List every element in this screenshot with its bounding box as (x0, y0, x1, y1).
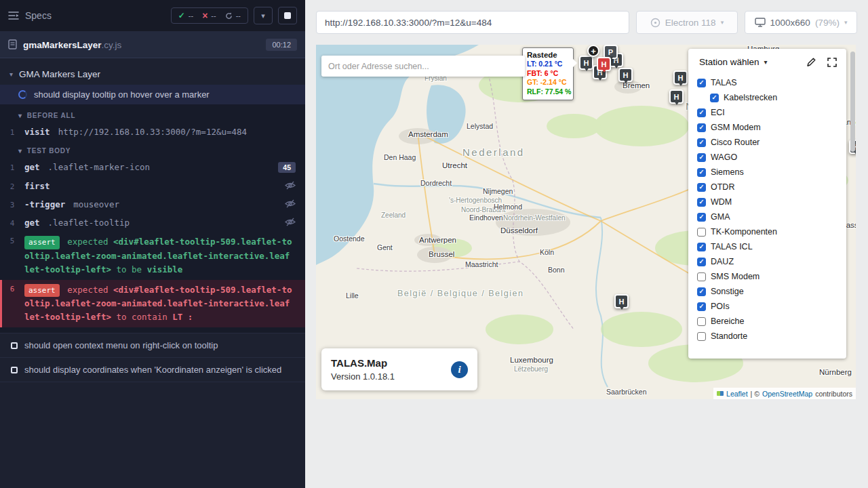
suite-row[interactable]: ▾ GMA Markers Layer (0, 64, 305, 85)
command-message: .leaflet-tooltip (48, 218, 130, 228)
checkbox[interactable] (697, 228, 706, 237)
map-label: Nijmegen (483, 187, 513, 195)
checkbox[interactable] (697, 168, 706, 177)
map-label: Nürnberg (819, 368, 852, 376)
map-attribution: Leaflet | © OpenStreetMap contributors (713, 388, 856, 399)
checkbox[interactable] (697, 302, 706, 311)
command-row-visit[interactable]: 1 visit http://192.168.10.33:3000/?m=12&… (0, 123, 305, 141)
checkbox[interactable] (697, 317, 706, 326)
station-label: Siemens (711, 167, 744, 177)
checkbox[interactable] (710, 94, 719, 102)
checkbox[interactable] (697, 153, 706, 162)
info-icon[interactable]: i (451, 361, 468, 378)
specs-menu-icon[interactable] (8, 11, 19, 20)
map-marker-h[interactable]: H (618, 68, 633, 82)
station-item[interactable]: POIs (688, 299, 846, 314)
station-item[interactable]: TK-Komponenten (688, 224, 846, 239)
before-all-header[interactable]: ▾ BEFORE ALL (0, 106, 305, 123)
station-item[interactable]: GMA (688, 209, 846, 224)
station-item[interactable]: Siemens (688, 165, 846, 180)
fullscreen-icon[interactable] (827, 58, 837, 67)
checkbox[interactable] (697, 198, 706, 207)
browser-select[interactable]: Electron 118 ▾ (636, 11, 738, 34)
map-marker-h[interactable]: H (673, 70, 688, 85)
station-item[interactable]: WDM (688, 195, 846, 209)
map-marker-plus[interactable]: + (587, 45, 599, 57)
checkbox[interactable] (697, 287, 706, 296)
leaflet-map[interactable]: HamburgBremenNiedersachsenHannoverFryslâ… (316, 45, 856, 399)
station-item[interactable]: Cisco Router (688, 135, 846, 150)
viewport-size: 1000x660 (770, 18, 810, 28)
station-item[interactable]: TALAS ICL (688, 239, 846, 254)
command-number: 6 (0, 283, 24, 293)
stop-button[interactable] (278, 7, 297, 24)
checkbox[interactable] (697, 123, 706, 132)
command-number: 2 (0, 181, 24, 191)
station-item[interactable]: Standorte (688, 329, 846, 344)
command-row-get-tooltip[interactable]: 4 get .leaflet-tooltip (0, 214, 305, 232)
scrollbar-thumb[interactable] (850, 52, 855, 152)
station-item[interactable]: ECI (688, 105, 846, 120)
station-item[interactable]: SMS Modem (688, 269, 846, 284)
station-item[interactable]: DAUZ (688, 254, 846, 269)
leaflet-tooltip[interactable]: Rastede LT: 0.21 °C FBT: 6 °C GT: -2.14 … (522, 47, 574, 100)
map-marker-red[interactable]: H (597, 57, 611, 71)
pending-test-row[interactable]: should display coordinates when 'Koordin… (0, 357, 305, 382)
station-item[interactable]: TALAS (688, 75, 846, 90)
checkbox[interactable] (697, 138, 706, 147)
map-marker-h[interactable]: H (669, 89, 684, 104)
station-label: WAGO (711, 152, 737, 162)
checkbox[interactable] (697, 183, 706, 192)
spec-file-icon (8, 39, 17, 49)
station-item[interactable]: Sonstige (688, 284, 846, 299)
checkbox[interactable] (697, 258, 706, 266)
active-test-row[interactable]: should display tooltip on hover over a m… (0, 85, 305, 104)
map-search-input[interactable] (321, 56, 525, 77)
map-marker-h[interactable]: H (614, 294, 629, 308)
spec-name[interactable]: gmaMarkersLayer (23, 40, 102, 50)
checkbox[interactable] (697, 213, 706, 222)
pending-test-row[interactable]: should open context menu on right-click … (0, 333, 305, 357)
command-number: 1 (0, 127, 24, 137)
viewport-icon (755, 18, 766, 27)
collapse-button[interactable]: ▾ (254, 7, 273, 24)
map-label: Luxembourg (510, 356, 553, 364)
map-label: Oostende (334, 235, 365, 243)
map-label: Eindhoven (469, 214, 503, 222)
test-body-header[interactable]: ▾ TEST BODY (0, 141, 305, 158)
station-label: TK-Komponenten (711, 227, 777, 237)
checkbox[interactable] (697, 108, 706, 117)
eye-slash-icon (285, 181, 296, 190)
failed-count: -- (211, 12, 216, 20)
assert-badge: assert (24, 236, 60, 249)
checkbox[interactable] (697, 243, 706, 251)
chevron-down-icon: ▾ (764, 58, 768, 66)
station-item[interactable]: Bereiche (688, 314, 846, 329)
specs-label[interactable]: Specs (25, 10, 52, 21)
element-count-badge: 45 (278, 162, 296, 173)
checkbox[interactable] (697, 272, 706, 281)
edit-pencil-icon[interactable] (806, 57, 816, 67)
leaflet-link[interactable]: Leaflet (726, 390, 748, 398)
checkbox[interactable] (697, 332, 706, 341)
chevron-down-icon: ▾ (721, 19, 724, 26)
station-dropdown[interactable]: Station wählen ▾ (699, 57, 768, 67)
command-row-first[interactable]: 2 first (0, 177, 305, 195)
station-item[interactable]: Kabelstrecken (688, 90, 846, 105)
assert-row-passed[interactable]: 5 assert expected <div#leaflet-tooltip-5… (0, 232, 305, 280)
before-all-label: BEFORE ALL (27, 112, 76, 119)
osm-link[interactable]: OpenStreetMap (762, 390, 812, 398)
stop-icon (284, 12, 291, 19)
map-marker-h[interactable]: H (579, 56, 593, 70)
eye-slash-icon (285, 199, 296, 208)
assert-row-failed[interactable]: 6 assert expected <div#leaflet-tooltip-5… (0, 280, 305, 328)
checkbox[interactable] (697, 79, 706, 87)
station-label: GMA (711, 212, 730, 222)
command-row-get[interactable]: 1 get .leaflet-marker-icon 45 (0, 158, 305, 177)
command-row-trigger[interactable]: 3 -trigger mouseover (0, 195, 305, 214)
station-item[interactable]: OTDR (688, 180, 846, 195)
station-item[interactable]: WAGO (688, 150, 846, 165)
url-input[interactable] (316, 11, 629, 34)
station-item[interactable]: GSM Modem (688, 120, 846, 135)
viewport-select[interactable]: 1000x660 (79%) ▾ (745, 11, 857, 34)
